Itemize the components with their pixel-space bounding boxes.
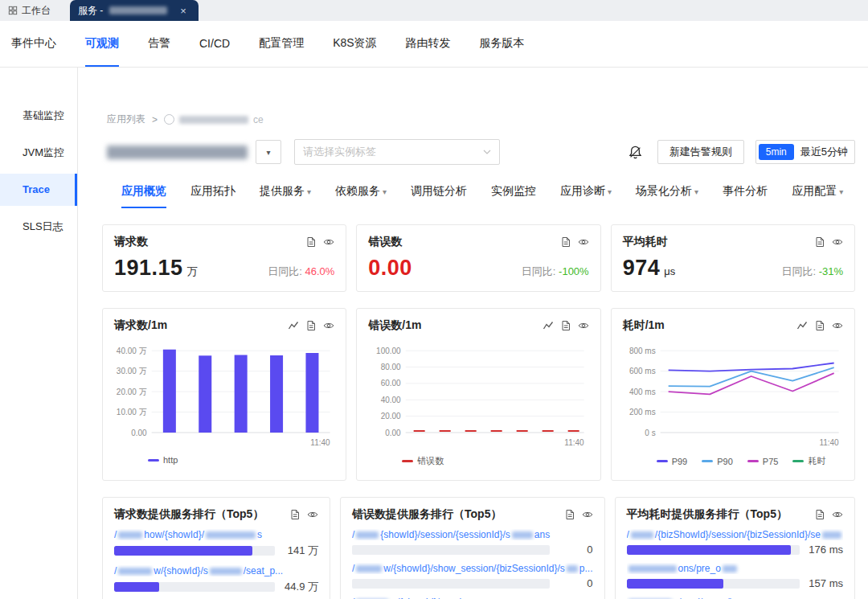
service-link[interactable]: /w/{showId}/show_session/{bizSessionId}/… [352,563,593,574]
eye-icon[interactable] [832,236,843,248]
service-link[interactable]: /how/{showId}/s [114,529,318,540]
page-tab[interactable]: 依赖服务▾ [335,184,387,208]
page-tab[interactable]: 应用配置▾ [792,184,843,208]
svg-text:0.00: 0.00 [131,429,147,437]
select-placeholder: 请选择实例标签 [303,145,483,159]
workbench-link[interactable]: 工作台 [0,0,59,21]
caret-down-icon: ▾ [694,187,698,196]
sidebar-item[interactable]: Trace [0,174,77,206]
errors-line-chart: 0.0020.0040.0060.0080.00100.0011:40 [368,336,588,453]
chart-legend: http [114,455,334,465]
service-browser-tab[interactable]: 服务 - × [70,0,199,21]
page-tab-label: 应用拓扑 [190,184,235,199]
app-name-redacted [107,145,248,159]
svg-text:200 ms: 200 ms [629,408,656,416]
stat-card-latency: 平均耗时 974 μs 日同比: -31% [611,224,855,292]
rank-value: 0 [556,544,593,556]
create-alert-rule-button[interactable]: 新建告警规则 [657,140,744,164]
svg-text:40.00 万: 40.00 万 [117,347,147,355]
page-tab-label: 应用概览 [121,184,166,199]
log-icon[interactable] [814,320,825,331]
page-tab[interactable]: 应用概览 [121,184,166,208]
legend-item[interactable]: P75 [747,455,779,467]
time-range-badge[interactable]: 5min [759,144,794,160]
rank-value: 44.9 万 [281,580,318,594]
page-tab-label: 事件分析 [723,184,768,199]
page-tab[interactable]: 实例监控 [491,184,536,208]
eye-icon[interactable] [578,236,589,248]
workbench-grid-icon [8,6,18,15]
svg-text:400 ms: 400 ms [629,388,656,396]
page-tab[interactable]: 提供服务▾ [260,184,311,208]
page-tab[interactable]: 调用链分析 [411,184,467,208]
page-tab-label: 调用链分析 [411,184,467,199]
page-tab[interactable]: 应用诊断▾ [560,184,612,208]
card-title: 耗时/1m [623,318,665,333]
log-icon[interactable] [560,320,571,331]
service-link[interactable]: /w/{showId}/s/seat_p... [114,565,318,576]
redacted-text [822,531,841,539]
top-nav-tab[interactable]: 事件中心 [11,21,56,67]
log-icon[interactable] [564,509,575,520]
svg-text:11:40: 11:40 [310,438,330,447]
stat-card-errors: 错误数 0.00 日同比: -100% [356,224,600,292]
sidebar-item[interactable]: JVM监控 [0,137,77,169]
line-chart-icon[interactable] [542,320,554,331]
eye-icon[interactable] [832,509,843,520]
redacted-text [723,565,737,572]
log-icon[interactable] [814,236,825,248]
app-switcher-button[interactable]: ▾ [256,140,281,164]
legend-item[interactable]: P99 [657,455,688,467]
rank-list: //{bizShowId}/session/{bizSessionId}/se1… [627,529,843,599]
breadcrumb-current: ce [164,114,264,125]
log-icon[interactable] [289,509,301,520]
page-tab[interactable]: 事件分析 [723,184,768,208]
eye-icon[interactable] [323,320,334,331]
top-nav-tab[interactable]: 配置管理 [259,21,304,67]
legend-item[interactable]: 耗时 [792,455,825,467]
top-nav-tab[interactable]: 服务版本 [480,21,525,67]
tab-close-icon[interactable]: × [180,6,186,16]
chart-legend: P99P90P75耗时 [623,455,843,467]
legend-item[interactable]: P90 [702,455,733,467]
rank-list: /{showId}/session/{sessionId}/sans0/w/{s… [352,529,593,599]
svg-text:10.00 万: 10.00 万 [117,408,147,416]
svg-text:0.00: 0.00 [386,429,402,437]
service-link[interactable]: /{showId}/session/{sessionId}/sans [352,529,593,540]
breadcrumb-app-list[interactable]: 应用列表 [107,113,145,126]
caret-down-icon: ▾ [608,187,612,196]
eye-icon[interactable] [323,236,334,248]
eye-icon[interactable] [582,509,593,520]
line-chart-icon[interactable] [288,320,299,331]
top-nav-tab[interactable]: 告警 [148,21,170,67]
browser-topbar: 工作台 服务 - × [0,0,868,21]
log-icon[interactable] [305,320,317,331]
eye-icon[interactable] [578,320,589,331]
card-title: 错误数/1m [368,318,421,333]
log-icon[interactable] [814,509,825,520]
top-nav-tab[interactable]: 路由转发 [406,21,451,67]
log-icon[interactable] [305,236,317,248]
top-nav-tab[interactable]: 可观测 [85,21,119,67]
eye-icon[interactable] [307,509,318,520]
legend-item[interactable]: http [148,455,178,465]
rank-item: ons/pre_o157 ms [627,563,843,589]
alarm-bell-icon[interactable] [628,145,643,160]
line-chart-icon[interactable] [796,320,808,331]
instance-tag-select[interactable]: 请选择实例标签 [294,139,500,165]
eye-icon[interactable] [832,320,843,331]
log-icon[interactable] [560,236,571,248]
service-link[interactable]: //{bizShowId}/session/{bizSessionId}/se [627,529,843,540]
page-tab[interactable]: 场景化分析▾ [636,184,698,208]
stat-yoy: 日同比: -100% [522,265,589,279]
sidebar-item[interactable]: 基础监控 [0,100,77,132]
top-nav-tab[interactable]: K8S资源 [333,21,376,67]
app-window: 工作台 服务 - × 事件中心可观测告警CI/CD配置管理K8S资源路由转发服务… [0,0,868,599]
sidebar-item[interactable]: SLS日志 [0,211,77,243]
service-link[interactable]: ons/pre_o [627,563,843,574]
time-range-picker[interactable]: 5min 最近5分钟 [755,140,855,164]
page-tab[interactable]: 应用拓扑 [190,184,235,208]
top-nav-tab[interactable]: CI/CD [199,21,230,67]
legend-item[interactable]: 错误数 [402,455,444,467]
rank-item: /{showId}/session/{sessionId}/sans0 [352,529,593,556]
